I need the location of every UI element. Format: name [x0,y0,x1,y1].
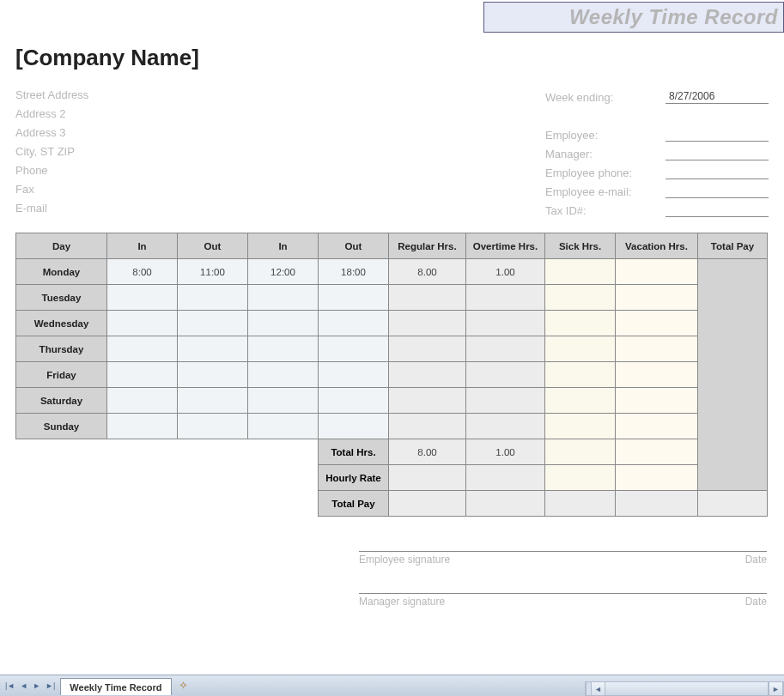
cell-out1[interactable] [178,336,248,362]
rate-regular[interactable] [389,465,466,491]
cell-in1[interactable] [107,311,178,336]
table-row: Saturday [16,388,768,414]
cell-out2[interactable] [319,311,389,336]
rate-sick[interactable] [545,465,616,491]
cell-sick[interactable] [545,259,616,285]
totalpay-spacer [698,439,768,465]
tax-id-label: Tax ID#: [545,204,665,217]
fax: Fax [15,183,34,198]
day-name: Sunday [16,414,107,439]
cell-out2[interactable] [319,362,389,388]
day-name: Tuesday [16,285,107,311]
cell-vacation[interactable] [616,336,698,362]
hourly-rate-row: Hourly Rate [16,465,768,491]
pay-regular [389,491,466,517]
week-ending-value[interactable]: 8/27/2006 [665,90,769,104]
cell-overtime[interactable] [466,336,545,362]
cell-in2[interactable] [248,336,319,362]
cell-out2[interactable] [319,336,389,362]
timesheet-table: Day In Out In Out Regular Hrs. Overtime … [15,233,768,517]
cell-out1[interactable] [178,414,248,439]
cell-in1[interactable]: 8:00 [107,259,178,285]
cell-out1[interactable] [178,311,248,336]
cell-in1[interactable] [107,362,178,388]
cell-overtime[interactable]: 1.00 [466,259,545,285]
table-row: Thursday [16,336,768,362]
cell-in2[interactable]: 12:00 [248,259,319,285]
cell-vacation[interactable] [616,311,698,336]
cell-overtime[interactable] [466,311,545,336]
cell-vacation[interactable] [616,362,698,388]
street-address: Street Address [15,88,88,104]
day-name: Saturday [16,388,107,414]
total-hrs-label: Total Hrs. [319,439,389,465]
cell-regular[interactable]: 8.00 [389,259,466,285]
new-sheet-button[interactable]: ✧ [172,675,195,696]
employee-value[interactable] [665,128,769,142]
table-row: Tuesday [16,285,768,311]
scroll-thumb[interactable] [605,682,769,695]
date-label: Date [745,554,767,566]
cell-overtime[interactable] [466,362,545,388]
cell-regular[interactable] [389,362,466,388]
cell-out2[interactable] [319,388,389,414]
employee-signature-label: Employee signature [359,554,450,566]
cell-sick[interactable] [545,414,616,439]
tax-id-value[interactable] [665,203,769,217]
cell-regular[interactable] [389,311,466,336]
cell-in2[interactable] [248,285,319,311]
cell-regular[interactable] [389,336,466,362]
scroll-right-button[interactable]: ► [769,682,783,695]
cell-vacation[interactable] [616,414,698,439]
cell-out1[interactable] [178,285,248,311]
cell-vacation[interactable] [616,388,698,414]
cell-in1[interactable] [107,414,178,439]
scroll-left-button[interactable]: ◄ [591,682,605,695]
cell-regular[interactable] [389,388,466,414]
pay-sick [545,491,616,517]
date-label: Date [745,596,767,608]
last-sheet-button[interactable]: ►| [44,681,57,690]
cell-in2[interactable] [248,414,319,439]
sheet-tab-active[interactable]: Weekly Time Record [60,678,171,695]
cell-in2[interactable] [248,388,319,414]
cell-out2[interactable] [319,285,389,311]
cell-in1[interactable] [107,388,178,414]
cell-in2[interactable] [248,311,319,336]
cell-out1[interactable] [178,388,248,414]
rate-overtime[interactable] [466,465,545,491]
cell-sick[interactable] [545,285,616,311]
cell-overtime[interactable] [466,285,545,311]
table-row: Sunday [16,414,768,439]
cell-overtime[interactable] [466,388,545,414]
employee-email-value[interactable] [665,185,769,198]
cell-sick[interactable] [545,311,616,336]
cell-sick[interactable] [545,388,616,414]
header-out1: Out [178,233,248,259]
cell-in2[interactable] [248,362,319,388]
cell-in1[interactable] [107,336,178,362]
prev-sheet-button[interactable]: ◄ [18,681,29,690]
cell-out1[interactable]: 11:00 [178,259,248,285]
next-sheet-button[interactable]: ► [31,681,42,690]
totalpay-column [698,259,768,439]
cell-sick[interactable] [545,336,616,362]
day-name: Monday [16,259,107,285]
header-day: Day [16,233,107,259]
employee-phone-value[interactable] [665,166,769,179]
first-sheet-button[interactable]: |◄ [3,681,16,690]
cell-regular[interactable] [389,285,466,311]
rate-vacation[interactable] [616,465,698,491]
cell-vacation[interactable] [616,285,698,311]
cell-regular[interactable] [389,414,466,439]
cell-in1[interactable] [107,285,178,311]
cell-sick[interactable] [545,362,616,388]
cell-out2[interactable] [319,414,389,439]
cell-overtime[interactable] [466,414,545,439]
manager-value[interactable] [665,147,769,160]
cell-vacation[interactable] [616,259,698,285]
cell-out2[interactable]: 18:00 [319,259,389,285]
horizontal-scrollbar[interactable]: ◄ ► [585,681,784,696]
week-ending-label: Week ending: [545,91,665,104]
cell-out1[interactable] [178,362,248,388]
